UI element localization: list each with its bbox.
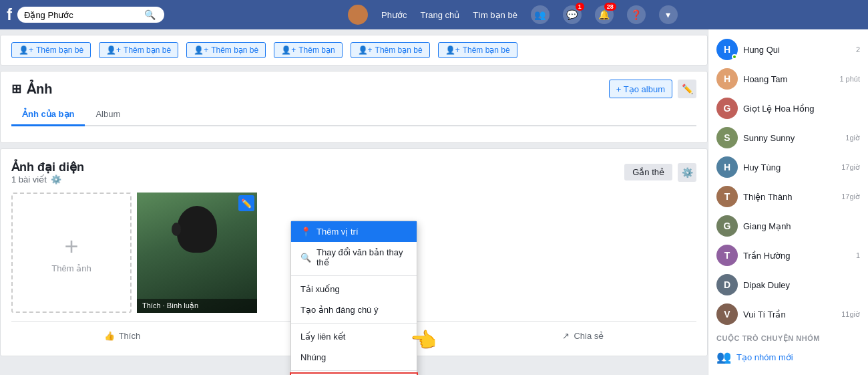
group-icon: 👥 — [716, 350, 731, 364]
sidebar-contact-1[interactable]: H Hoang Tam 1 phút — [708, 64, 868, 94]
add-friend-btn-5[interactable]: 👤+ Thêm bạn bè — [351, 42, 430, 58]
contact-name-2: Giọt Lệ Hoa Hồng — [743, 104, 860, 114]
contact-name-7: Trần Hường — [743, 251, 851, 261]
ctx-divider-3 — [291, 370, 417, 371]
notifications-icon[interactable]: 🔔 28 — [595, 5, 614, 24]
person-silhouette-head — [177, 206, 217, 253]
contact-meta-3: 1giờ — [845, 134, 860, 142]
album-settings-icon[interactable]: ⚙️ — [678, 163, 696, 182]
messages-badge: 1 — [576, 3, 584, 11]
photo-caption-overlay: Thích · Bình luận — [137, 299, 257, 313]
contact-meta-5: 17giờ — [841, 193, 860, 201]
add-friend-btn-1[interactable]: 👤+ Thêm bạn bè — [11, 42, 91, 58]
sidebar-contact-9[interactable]: V Vui Tí Trần 11giờ — [708, 299, 868, 329]
context-menu: 📍 Thêm vị trí 🔍 Thay đổi văn bản thay th… — [290, 221, 417, 375]
ctx-create-slideshow[interactable]: Tạo ảnh đáng chú ý — [291, 299, 417, 320]
share-button[interactable]: ↗ Chia sẻ — [549, 327, 617, 345]
contact-meta-1: 1 phút — [839, 75, 860, 83]
contact-name-3: Sunny Sunny — [743, 133, 840, 143]
create-album-button[interactable]: + Tạo album — [609, 80, 672, 98]
search-icon: 🔍 — [144, 9, 156, 20]
ctx-divider-1 — [291, 275, 417, 276]
friend-requests-icon[interactable]: 👥 — [531, 5, 550, 24]
person-plus-icon-3: 👤+ — [194, 45, 208, 55]
person-plus-icon: 👤+ — [19, 45, 33, 55]
nav-find-friends-link[interactable]: Tìm bạn bè — [473, 10, 517, 20]
ctx-alt-text[interactable]: 🔍 Thay đổi văn bản thay thế — [291, 242, 417, 273]
photo-edit-button[interactable]: ✏️ — [238, 195, 254, 211]
ctx-divider-2 — [291, 323, 417, 324]
chevron-down-icon[interactable]: ▾ — [659, 5, 678, 24]
add-photo-label: Thêm ảnh — [51, 263, 91, 273]
sidebar-contact-5[interactable]: T Thiện Thành 17giờ — [708, 182, 868, 211]
contact-name-0: Hung Qui — [743, 45, 851, 55]
contact-meta-9: 11giờ — [841, 310, 860, 319]
create-group-button[interactable]: 👥 Tạo nhóm mới — [708, 346, 868, 368]
top-navigation: f 🔍 Phước Trang chủ Tìm bạn bè 👥 💬 1 🔔 2… — [0, 0, 868, 29]
photo-tabs: Ảnh của bạn Album — [11, 104, 696, 126]
add-friend-btn-6[interactable]: 👤+ Thêm bạn bè — [438, 42, 517, 58]
ctx-get-link[interactable]: Lấy liên kết — [291, 326, 417, 347]
messages-icon[interactable]: 💬 1 — [563, 5, 582, 24]
tab-my-photos[interactable]: Ảnh của bạn — [11, 104, 85, 126]
person-plus-icon-4: 👤+ — [281, 45, 296, 55]
share-icon: ↗ — [562, 331, 570, 341]
add-friend-btn-2[interactable]: 👤+ Thêm bạn bè — [99, 42, 178, 58]
sidebar-contact-6[interactable]: G Giang Mạnh — [708, 211, 868, 241]
contact-name-4: Huy Tùng — [743, 162, 836, 172]
section-header: ⊞ Ảnh + Tạo album ✏️ — [11, 80, 696, 98]
thumbs-up-icon: 👍 — [104, 331, 115, 341]
ctx-add-location[interactable]: 📍 Thêm vị trí — [291, 221, 417, 242]
like-button[interactable]: 👍 Thích — [91, 327, 154, 345]
contact-name-6: Giang Mạnh — [743, 221, 860, 231]
location-pin-icon: 📍 — [300, 227, 311, 237]
contact-meta-0: 2 — [856, 45, 860, 53]
sidebar-contact-4[interactable]: H Huy Tùng 17giờ — [708, 152, 868, 182]
group-section-title: CUỘC TRÒ CHUYỆN NHÓM — [708, 329, 868, 346]
contact-list: H Hung Qui 2 H Hoang Tam 1 phút G Giọt L… — [708, 35, 868, 329]
tag-button[interactable]: Gắn thẻ — [624, 164, 672, 180]
sidebar-contact-7[interactable]: T Trần Hường 1 — [708, 241, 868, 270]
notifications-badge: 28 — [604, 3, 616, 11]
contact-meta-4: 17giờ — [841, 163, 860, 172]
friend-suggestions-bar: 👤+ Thêm bạn bè 👤+ Thêm bạn bè 👤+ Thêm bạ… — [0, 35, 708, 66]
edit-icon-button[interactable]: ✏️ — [678, 80, 696, 98]
section-title: ⊞ Ảnh — [11, 81, 52, 97]
ctx-download[interactable]: Tải xuống — [291, 279, 417, 299]
sidebar-contact-3[interactable]: S Sunny Sunny 1giờ — [708, 123, 868, 152]
ctx-embed[interactable]: Nhúng — [291, 347, 417, 368]
add-friend-btn-3[interactable]: 👤+ Thêm bạn bè — [186, 42, 266, 58]
contact-name-9: Vui Tí Trần — [743, 309, 836, 320]
nav-home-link[interactable]: Trang chủ — [421, 10, 460, 20]
photos-section: ⊞ Ảnh + Tạo album ✏️ Ảnh của bạn Album — [0, 71, 708, 143]
person-plus-icon-5: 👤+ — [358, 45, 373, 55]
contact-meta-7: 1 — [856, 251, 860, 259]
sidebar-contact-2[interactable]: G Giọt Lệ Hoa Hồng — [708, 94, 868, 123]
right-sidebar: H Hung Qui 2 H Hoang Tam 1 phút G Giọt L… — [708, 29, 868, 375]
album-title: Ảnh đại diện — [11, 160, 84, 174]
contact-name-5: Thiện Thành — [743, 192, 836, 202]
person-plus-icon-6: 👤+ — [445, 45, 460, 55]
nav-center-links: Phước Trang chủ Tìm bạn bè 👥 💬 1 🔔 28 ❓ … — [164, 5, 861, 25]
search-input[interactable] — [24, 10, 144, 20]
album-header: Ảnh đại diện 1 bài viết ⚙️ Gắn thẻ ⚙️ — [11, 160, 696, 184]
person-silhouette-ear — [172, 223, 181, 236]
nav-user-avatar[interactable] — [348, 5, 368, 25]
tab-albums[interactable]: Album — [85, 104, 131, 126]
person-plus-icon-2: 👤+ — [106, 45, 121, 55]
sidebar-contact-0[interactable]: H Hung Qui 2 — [708, 35, 868, 64]
search-bar[interactable]: 🔍 — [17, 7, 164, 23]
contact-name-1: Hoang Tam — [743, 74, 834, 84]
album-meta: 1 bài viết ⚙️ — [11, 174, 84, 184]
hand-cursor-icon: 👉 — [411, 328, 437, 353]
add-friend-btn-4[interactable]: 👤+ Thêm bạn — [274, 42, 342, 58]
photos-grid-icon: ⊞ — [11, 82, 21, 96]
settings-gear-icon[interactable]: ⚙️ — [51, 174, 61, 184]
main-container: 👤+ Thêm bạn bè 👤+ Thêm bạn bè 👤+ Thêm bạ… — [0, 29, 868, 375]
add-photo-placeholder[interactable]: + Thêm ảnh — [11, 193, 132, 313]
sidebar-contact-8[interactable]: D Dipak Duley — [708, 270, 868, 299]
help-icon[interactable]: ❓ — [627, 5, 646, 24]
plus-icon: + — [64, 233, 78, 261]
nav-username[interactable]: Phước — [381, 10, 407, 20]
search-small-icon: 🔍 — [300, 253, 311, 263]
